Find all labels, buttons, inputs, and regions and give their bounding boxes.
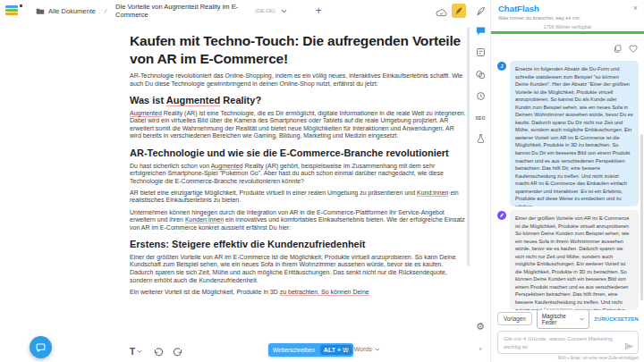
chevron-down-icon — [580, 317, 584, 321]
cloud-sync-icon[interactable] — [436, 4, 447, 21]
send-icon[interactable] — [624, 338, 633, 354]
logo-flash-icon — [20, 4, 22, 7]
chat-input[interactable]: Gib mir 4 Gründe, warum Content Marketin… — [497, 331, 639, 354]
chatflash-panel: ChatFlash Was immer du brauchst, sag es … — [490, 0, 644, 362]
feather-icon — [454, 6, 463, 15]
lab-tool-icon[interactable] — [474, 132, 487, 145]
editor-toolbar: T Weiterschreiben ALT + W 924 Words — [130, 343, 467, 359]
close-icon[interactable]: × — [633, 4, 638, 13]
chat-title: ChatFlash — [498, 4, 637, 13]
text-format-button[interactable]: T — [130, 347, 142, 357]
reset-button[interactable]: ZURÜCKSETZEN — [594, 316, 639, 322]
tab-chevron-down-icon[interactable] — [281, 9, 287, 13]
section-paragraph: Augmented Reality (AR) ist eine Technolo… — [130, 110, 467, 140]
new-document-tab-button[interactable]: + — [316, 4, 322, 17]
seo-label: SEO — [475, 115, 485, 121]
templates-button[interactable]: Vorlagen — [497, 312, 532, 325]
document-intro: AR-Technologie revolutioniert das Online… — [130, 72, 467, 88]
document-locale-badge: (DE-DE) — [255, 8, 275, 13]
seo-tool-icon[interactable]: SEO — [474, 112, 487, 124]
premium-feather-button[interactable] — [452, 4, 466, 18]
chat-controls: Vorlagen Persönlichkeiten Magische Feder… — [491, 311, 644, 360]
tool-sidebar: SEO ⚙ › — [470, 0, 490, 362]
chevron-down-icon — [375, 348, 380, 351]
chevron-down-icon — [137, 349, 142, 353]
all-documents-link[interactable]: Alle Dokumente — [36, 7, 96, 15]
app-window: Alle Dokumente / Die Vorteile von Augmen… — [0, 0, 644, 362]
continue-writing-button[interactable]: Weiterschreiben ALT + W — [268, 343, 353, 357]
settings-icon[interactable]: ⚙ — [474, 320, 487, 333]
copy-icon[interactable] — [614, 40, 622, 56]
user-message-row: J Ersetze im folgenden Absatz die Du-For… — [497, 61, 639, 206]
breadcrumb-separator: / — [105, 7, 106, 15]
redo-button[interactable] — [174, 347, 183, 357]
continue-writing-label: Weiterschreiben — [268, 347, 319, 353]
magic-feather-tool-icon[interactable] — [474, 4, 487, 17]
chat-messages[interactable]: J Ersetze im folgenden Absatz die Du-For… — [491, 34, 644, 310]
templates-tool-icon[interactable] — [474, 46, 487, 58]
support-chat-fab[interactable] — [30, 336, 52, 358]
section-paragraph: Einer der größten Vorteile von AR im E-C… — [130, 254, 467, 284]
word-quota-label: 1706 Wörter verfügbar — [491, 24, 644, 29]
section-paragraph: AR bietet eine einzigartige Möglichkeit,… — [130, 189, 467, 205]
chatflash-tool-icon[interactable] — [474, 24, 487, 37]
top-bar: Alle Dokumente / Die Vorteile von Augmen… — [0, 0, 490, 21]
chat-header: ChatFlash Was immer du brauchst, sag es … — [491, 0, 644, 21]
text-format-label: T — [130, 347, 135, 357]
chat-bubble-icon — [36, 342, 46, 352]
folder-icon — [36, 7, 45, 15]
input-hint: Shift + Enter, um eine neue Zeile einzuf… — [497, 356, 639, 360]
section-paragraph: Du hast sicherlich schon von Augmented R… — [130, 163, 467, 186]
breadcrumb: Alle Dokumente / Die Vorteile von Augmen… — [36, 0, 322, 21]
ai-message-bubble[interactable]: Einer der größten Vorteile von AR im E-C… — [510, 210, 639, 310]
chat-input-placeholder: Gib mir 4 Gründe, warum Content Marketin… — [504, 335, 622, 350]
user-avatar: J — [497, 62, 506, 71]
word-count-dropdown[interactable]: 924 Words — [342, 346, 380, 352]
history-tool-icon[interactable] — [474, 89, 487, 102]
personality-selected-value: Magische Feder — [542, 313, 576, 325]
section-paragraph: Unternehmen können hingegen durch die In… — [130, 209, 467, 232]
document-title: Kaufen mit Techno-Touch: Die aufregenden… — [130, 32, 467, 68]
images-tool-icon[interactable] — [474, 68, 487, 80]
breadcrumb-root-label: Alle Dokumente — [48, 7, 96, 15]
word-count-label: 924 Words — [342, 346, 372, 352]
message-actions — [497, 38, 639, 61]
section-heading: AR-Technologie und wie sie die E-Commerc… — [130, 147, 467, 160]
document-scrollbar[interactable] — [467, 27, 470, 266]
app-logo-icon[interactable] — [5, 5, 18, 16]
user-message-bubble[interactable]: Ersetze im folgenden Absatz die Du-Form … — [510, 61, 639, 206]
personality-select[interactable]: Persönlichkeiten Magische Feder — [537, 309, 589, 329]
document-editor[interactable]: Kaufen mit Techno-Touch: Die aufregenden… — [0, 21, 467, 362]
collapse-panel-icon[interactable]: › — [474, 342, 487, 355]
section-heading: Was ist Augmented Reality? — [130, 95, 467, 107]
ai-avatar — [497, 211, 506, 220]
personality-select-label: Persönlichkeiten — [542, 307, 574, 311]
section-paragraph: Ein weiterer Vorteil ist die Möglichkeit… — [130, 289, 467, 297]
favorite-heart-icon[interactable] — [629, 40, 638, 56]
section-heading: Erstens: Steigere effektiv die Kundenzuf… — [130, 239, 467, 251]
undo-button[interactable] — [153, 347, 163, 357]
ai-message-row: Einer der größten Vorteile von AR im E-C… — [497, 210, 639, 310]
chat-scrollbar[interactable] — [640, 134, 643, 300]
feather-icon — [499, 213, 504, 218]
chat-subtitle: Was immer du brauchst, sag es mir. — [498, 15, 637, 21]
document-tab-title[interactable]: Die Vorteile von Augmented Reality im E-… — [115, 3, 250, 19]
